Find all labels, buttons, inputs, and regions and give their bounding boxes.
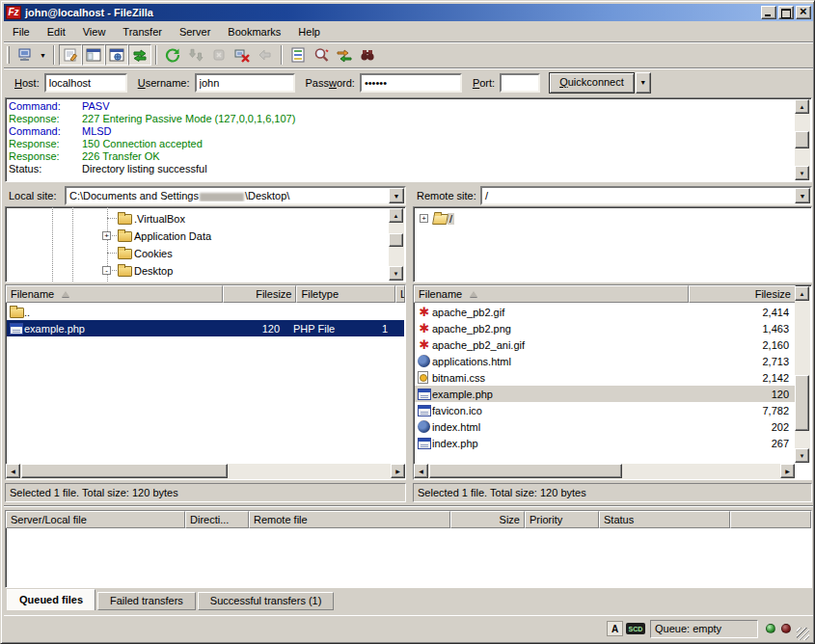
cancel-icon [211,47,227,63]
scroll-down-button[interactable]: ▼ [795,448,809,463]
local-tree-scrollbar[interactable]: ▲ ▼ [389,208,404,281]
toggle-local-tree-button[interactable] [82,44,105,66]
username-input[interactable] [195,73,295,93]
tab-queued-files[interactable]: Queued files [7,589,95,610]
directory-listing-filters-button[interactable] [286,44,310,66]
menu-bookmarks[interactable]: Bookmarks [219,24,289,40]
column-header-modified[interactable]: L [395,285,405,303]
file-row[interactable]: apache_pb2_ani.gif 2,160 [415,336,795,353]
file-row-selected[interactable]: example.php 120 [415,386,795,402]
scroll-up-button[interactable]: ▲ [389,208,403,223]
scroll-up-button[interactable]: ▲ [795,286,809,301]
password-input[interactable] [360,73,462,93]
menu-file[interactable]: File [4,24,39,40]
column-header-filesize[interactable]: Filesize [689,285,796,303]
column-header-filename[interactable]: Filename [6,285,223,303]
menu-server[interactable]: Server [171,24,219,40]
tree-item-desktop[interactable]: Desktop [118,262,175,279]
expand-icon[interactable] [420,214,428,223]
file-row[interactable]: index.php 267 [415,435,795,451]
disconnect-icon [234,47,250,63]
refresh-icon [165,47,180,63]
process-queue-icon [188,47,204,63]
local-list-header: Filename Filesize Filetype L [6,285,405,303]
expand-icon[interactable] [102,231,111,240]
local-site-combobox[interactable]: C:\Documents and Settings\Desktop\ ▼ [65,186,406,205]
remote-site-combobox[interactable]: / ▼ [480,186,812,205]
collapse-icon[interactable] [102,266,111,275]
remote-list-vscrollbar[interactable]: ▲ ▼ [795,286,810,463]
scroll-thumb[interactable] [795,131,809,148]
column-header-direction[interactable]: Directi... [185,511,249,528]
menu-transfer[interactable]: Transfer [114,24,171,40]
reconnect-button[interactable] [254,44,277,66]
menu-view[interactable]: View [74,24,115,40]
synchronized-browsing-button[interactable] [333,44,356,66]
cancel-operation-button[interactable] [207,44,231,66]
file-row[interactable]: index.html 202 [415,418,795,435]
scroll-down-button[interactable]: ▼ [389,266,403,281]
scroll-left-button[interactable]: ◀ [6,464,20,478]
resize-grip[interactable] [797,628,809,640]
column-header-priority[interactable]: Priority [525,511,599,528]
refresh-button[interactable] [161,44,184,66]
column-header-filesize[interactable]: Filesize [223,285,297,303]
close-button[interactable] [796,6,811,19]
title-bar: Fz john@localhost - FileZilla [4,4,813,21]
menu-help[interactable]: Help [289,24,329,40]
menu-edit[interactable]: Edit [39,24,74,40]
column-header-filetype[interactable]: Filetype [296,285,395,303]
tree-item-root[interactable]: / [433,210,454,227]
scroll-up-button[interactable]: ▲ [795,99,809,114]
file-row[interactable]: apache_pb2.png 1,463 [415,320,795,336]
scroll-thumb[interactable] [21,464,228,478]
remote-list-hscrollbar[interactable]: ◀ ▶ [414,464,795,479]
file-row[interactable]: apache_pb2.gif 2,414 [415,304,795,320]
column-header-size[interactable]: Size [450,511,525,528]
local-path: C:\Documents and Settings\Desktop\ [67,190,389,201]
scroll-right-button[interactable]: ▶ [391,464,405,478]
toggle-remote-tree-button[interactable] [105,44,128,66]
scroll-left-button[interactable]: ◀ [414,464,428,478]
tree-item-cookies[interactable]: Cookies [118,245,175,261]
maximize-button[interactable] [778,6,794,19]
tab-failed-transfers[interactable]: Failed transfers [97,592,196,610]
column-header-server-local-file[interactable]: Server/Local file [6,511,185,528]
tree-item-application-data[interactable]: Application Data [118,228,213,244]
disconnect-button[interactable] [231,44,254,66]
directory-comparison-button[interactable] [310,44,333,66]
scroll-thumb[interactable] [795,375,809,431]
scroll-down-button[interactable]: ▼ [795,166,809,180]
file-row[interactable]: favicon.ico 7,782 [415,402,795,418]
minimize-button[interactable] [761,6,776,19]
file-row[interactable]: applications.html 2,713 [415,353,795,369]
process-queue-button[interactable] [184,44,207,66]
local-list-hscrollbar[interactable]: ◀ ▶ [6,464,405,479]
site-manager-button[interactable] [14,44,37,66]
log-vertical-scrollbar[interactable]: ▲ ▼ [795,99,810,180]
column-header-status[interactable]: Status [599,511,730,528]
quickconnect-dropdown[interactable]: ▼ [636,72,651,94]
tab-successful-transfers[interactable]: Successful transfers (1) [198,592,335,610]
scroll-thumb[interactable] [389,233,403,247]
combo-dropdown-icon[interactable]: ▼ [389,188,404,203]
host-input[interactable] [44,73,127,93]
scroll-thumb[interactable] [429,464,622,478]
column-header-remote-file[interactable]: Remote file [249,511,450,528]
file-row[interactable]: bitnami.css 2,142 [415,369,795,386]
php-file-icon [418,389,431,400]
find-files-button[interactable] [356,44,379,66]
toggle-message-log-button[interactable] [59,44,82,66]
column-header-filename[interactable]: Filename [414,285,689,303]
toggle-transfer-queue-button[interactable] [128,44,151,66]
combo-dropdown-icon[interactable]: ▼ [795,188,810,203]
port-input[interactable] [500,73,540,93]
local-tree-icon [86,47,101,63]
file-row-parent[interactable]: .. [7,304,404,320]
scroll-right-button[interactable]: ▶ [780,464,795,478]
toolbar-grip[interactable] [7,46,10,64]
site-manager-dropdown[interactable]: ▼ [37,44,49,66]
quickconnect-button[interactable]: Quickconnect [549,72,635,94]
file-row-selected[interactable]: example.php 120 PHP File 1 [7,320,404,336]
tree-item-virtualbox[interactable]: .VirtualBox [118,210,187,227]
